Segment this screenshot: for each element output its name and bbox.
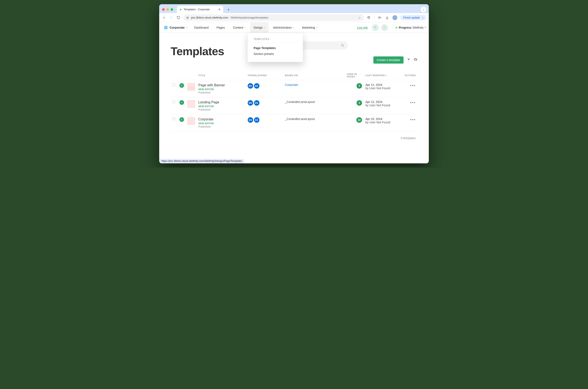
col-translations[interactable]: TRANSLATIONS (246, 71, 283, 80)
table-row[interactable]: ✓ Landing Page NEW EDITOR Published ENES… (171, 97, 417, 114)
nav-label: Marketing (302, 26, 315, 29)
new-editor-badge: NEW EDITOR (198, 88, 244, 91)
col-based-on[interactable]: BASED ON (283, 71, 345, 80)
site-selector[interactable]: 🌐 Corporate ▾ (162, 26, 190, 30)
reload-button[interactable] (176, 16, 181, 19)
status-text: Published (198, 108, 244, 111)
row-checkbox[interactable] (172, 83, 175, 86)
url-path: /Sitefinity/adminapp/templates (230, 16, 268, 19)
last-modified-date: Apr 10, 2024 (365, 117, 401, 121)
used-in-pages-count[interactable]: 22 (356, 117, 362, 123)
progress-icon: ➤ (395, 26, 398, 29)
last-modified-by: by User Not Found (365, 103, 401, 107)
nav-pages[interactable]: Pages (213, 22, 228, 33)
used-in-pages-count[interactable]: 3 (357, 100, 362, 106)
finish-update-button[interactable]: Finish update ⋮ (400, 15, 426, 20)
chevron-down-icon: ▾ (264, 27, 265, 29)
lang-es-badge[interactable]: ES (254, 117, 259, 123)
address-bar: ⚙ pro.3b0ce.cloud.sitefinity.com/Sitefin… (159, 13, 429, 22)
svg-point-0 (384, 26, 385, 27)
downloads-icon[interactable] (385, 16, 389, 20)
nav-label: Dashboard (194, 26, 209, 29)
row-checkbox[interactable] (172, 100, 175, 103)
table-row[interactable]: ✓ Corporate NEW EDITOR Published ENES _C… (171, 114, 417, 131)
based-on-value: _CorianderLaneLayout (285, 117, 315, 121)
col-last-modified[interactable]: LAST MODIFIED▼ (364, 71, 403, 80)
close-tab-icon[interactable]: ✕ (218, 8, 221, 11)
browser-window: ➤ Templates - Corporate ✕ ＋ ⌄ ⚙ pro.3b0c… (159, 4, 429, 163)
lang-en-badge[interactable]: EN (248, 100, 253, 106)
col-used-in-pages[interactable]: USED IN PAGES (345, 71, 364, 80)
brand-text-a: Progress (399, 26, 412, 29)
app-topbar: 🌐 Corporate ▾ Dashboard Pages Content ▾ … (159, 22, 429, 33)
col-actions: ACTIONS (403, 71, 417, 80)
last-modified-date: Apr 12, 2024 (365, 83, 401, 87)
new-tab-button[interactable]: ＋ (225, 7, 232, 12)
window-controls (162, 8, 173, 11)
lang-en-badge[interactable]: EN (248, 117, 253, 123)
tab-strip: ➤ Templates - Corporate ✕ ＋ ⌄ (159, 4, 429, 13)
nav-marketing[interactable]: Marketing ▾ (299, 22, 320, 33)
nav-label: Administration (273, 26, 292, 29)
nav-dashboard[interactable]: Dashboard (191, 22, 212, 33)
col-title[interactable]: TITLE (197, 71, 246, 80)
template-title: Corporate (198, 117, 244, 122)
lang-es-badge[interactable]: ES (254, 100, 259, 106)
last-modified-by: by User Not Found (365, 121, 401, 124)
new-editor-badge: NEW EDITOR (198, 105, 244, 108)
used-in-pages-count[interactable]: 4 (357, 83, 362, 89)
bookmark-icon[interactable]: ☆ (358, 16, 361, 19)
live-site-link[interactable]: Live site (357, 26, 368, 29)
extensions-icon[interactable] (366, 16, 371, 20)
chevron-down-icon: ▾ (244, 27, 245, 29)
sort-desc-icon: ▼ (385, 75, 387, 77)
notifications-button[interactable] (372, 24, 379, 31)
filter-icon[interactable] (407, 58, 410, 62)
forward-button[interactable] (169, 16, 173, 20)
row-actions-button[interactable]: ••• (410, 83, 416, 88)
row-actions-button[interactable]: ••• (410, 117, 416, 122)
finish-update-label: Finish update (403, 16, 420, 19)
status-published-icon: ✓ (179, 100, 184, 105)
url-input[interactable]: ⚙ pro.3b0ce.cloud.sitefinity.com/Sitefin… (183, 15, 364, 21)
template-title: Landing Page (198, 100, 244, 104)
menu-page-templates[interactable]: Page Templates (254, 45, 297, 51)
close-window-icon[interactable] (162, 8, 165, 11)
settings-icon[interactable] (414, 58, 417, 62)
template-title: Page with Banner (198, 83, 244, 87)
site-settings-icon[interactable]: ⚙ (186, 16, 189, 19)
chevron-down-icon: ▾ (316, 27, 317, 29)
media-icon[interactable] (377, 16, 382, 20)
lang-es-badge[interactable]: ES (254, 83, 259, 89)
menu-section-presets[interactable]: Section presets (254, 51, 297, 57)
col-label: LAST MODIFIED (365, 74, 385, 77)
based-on-value[interactable]: Corporate (285, 83, 298, 87)
create-template-button[interactable]: Create a template (373, 56, 404, 64)
status-bar-url: https://pro.3b0ce.cloud.sitefinity.com/S… (159, 159, 244, 163)
row-checkbox[interactable] (172, 117, 175, 120)
table-row[interactable]: ✓ Page with Banner NEW EDITOR Published … (171, 80, 417, 97)
maximize-window-icon[interactable] (171, 8, 173, 11)
status-text: Published (198, 91, 244, 94)
user-menu-button[interactable] (381, 24, 388, 31)
last-modified-date: Apr 12, 2024 (365, 100, 401, 103)
back-button[interactable] (162, 16, 166, 20)
chevron-down-icon: ▾ (293, 27, 294, 29)
template-thumbnail (187, 100, 195, 108)
profile-avatar[interactable] (392, 15, 397, 20)
design-dropdown: TEMPLATES Page Templates Section presets (247, 33, 303, 62)
nav-label: Content (233, 26, 243, 29)
globe-icon: 🌐 (164, 26, 168, 30)
nav-design[interactable]: Design ▾ (250, 22, 269, 33)
nav-administration[interactable]: Administration ▾ (270, 22, 298, 33)
chevron-down-icon: ▾ (186, 27, 187, 29)
lang-en-badge[interactable]: EN (248, 83, 253, 89)
site-name: Corporate (170, 26, 185, 29)
nav-label: Pages (216, 26, 225, 29)
template-thumbnail (187, 117, 195, 125)
browser-tab[interactable]: ➤ Templates - Corporate ✕ (177, 6, 223, 13)
minimize-window-icon[interactable] (166, 8, 169, 11)
tabs-menu-button[interactable]: ⌄ (421, 7, 426, 12)
nav-content[interactable]: Content ▾ (230, 22, 249, 33)
row-actions-button[interactable]: ••• (410, 100, 416, 105)
